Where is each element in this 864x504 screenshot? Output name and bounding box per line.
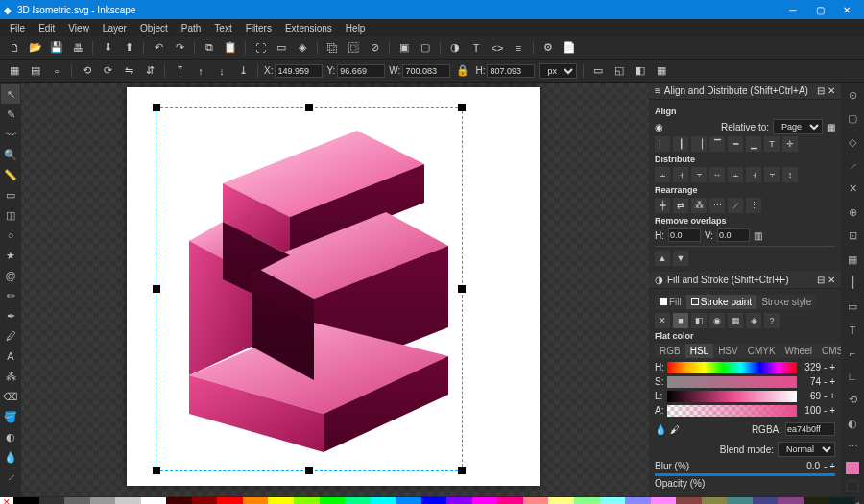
palette-swatch[interactable] xyxy=(345,497,371,504)
radial-grad-icon[interactable]: ◉ xyxy=(709,313,725,328)
deselect-icon[interactable]: ▫ xyxy=(48,62,65,80)
duplicate-icon[interactable]: ⿻ xyxy=(324,39,341,57)
flip-h-icon[interactable]: ⇋ xyxy=(120,62,137,80)
menu-object[interactable]: Object xyxy=(134,21,174,36)
tab-stroke-style[interactable]: Stroke style xyxy=(756,295,816,309)
palette-swatch[interactable] xyxy=(548,497,574,504)
pencil-tool[interactable]: ✏ xyxy=(1,286,20,305)
move-down-icon[interactable]: ▼ xyxy=(673,251,688,266)
hue-slider[interactable] xyxy=(667,362,797,373)
blend-select[interactable]: Normal xyxy=(778,442,835,457)
spray-tool[interactable]: ⁂ xyxy=(1,367,20,386)
handle-se[interactable] xyxy=(458,467,466,474)
palette-swatch[interactable] xyxy=(651,497,677,504)
palette-swatch[interactable] xyxy=(396,497,421,504)
unit-select[interactable]: px xyxy=(539,63,577,79)
align-bottom-icon[interactable]: ▁ xyxy=(746,136,761,152)
palette-swatch[interactable] xyxy=(166,497,192,504)
w-input[interactable] xyxy=(402,64,450,78)
menu-filters[interactable]: Filters xyxy=(240,21,277,36)
spiral-tool[interactable]: @ xyxy=(1,266,20,285)
align-hcenter-icon[interactable]: ┃ xyxy=(673,136,688,152)
dist-vcenter-icon[interactable]: ⫞ xyxy=(746,167,761,182)
mode-cmyk[interactable]: CMYK xyxy=(743,344,780,358)
move-up-icon[interactable]: ▲ xyxy=(655,251,670,266)
dist-vgap-icon[interactable]: ↕ xyxy=(782,167,798,182)
brush-icon[interactable]: 🖌 xyxy=(670,424,680,435)
align-dialog-icon[interactable]: ≡ xyxy=(510,39,527,57)
ungroup-icon[interactable]: ▢ xyxy=(417,39,434,57)
color-palette[interactable] xyxy=(13,497,854,504)
handle-ne[interactable] xyxy=(458,104,466,111)
light-slider[interactable] xyxy=(667,391,797,402)
palette-swatch[interactable] xyxy=(39,497,65,504)
align-panel-header[interactable]: ≡Align and Distribute (Shift+Ctrl+A) ⊟ ✕ xyxy=(649,83,841,100)
palette-swatch[interactable] xyxy=(727,497,753,504)
save-icon[interactable]: 💾 xyxy=(48,39,65,57)
palette-swatch[interactable] xyxy=(625,497,651,504)
handle-sw[interactable] xyxy=(153,467,160,474)
select-all-icon[interactable]: ▦ xyxy=(6,62,23,80)
maximize-button[interactable]: ▢ xyxy=(806,0,833,19)
raise-icon[interactable]: ↑ xyxy=(192,62,209,80)
handle-n[interactable] xyxy=(305,104,313,111)
swatch-stroke-icon[interactable] xyxy=(846,480,859,492)
snap-midpoint-icon[interactable]: ⊡ xyxy=(843,228,862,245)
align-center-icon[interactable]: ✛ xyxy=(782,136,798,152)
blur-slider[interactable] xyxy=(655,473,835,476)
palette-swatch[interactable] xyxy=(702,497,728,504)
import-icon[interactable]: ⬇ xyxy=(99,39,116,57)
print-icon[interactable]: 🖶 xyxy=(69,39,86,57)
x-input[interactable] xyxy=(275,64,323,78)
dist-hgap-icon[interactable]: ↔ xyxy=(709,167,725,182)
random-icon[interactable]: ⁂ xyxy=(691,198,707,213)
dist-hright-icon[interactable]: ⫟ xyxy=(691,167,707,182)
clone-icon[interactable]: ⿴ xyxy=(345,39,362,57)
menu-view[interactable]: View xyxy=(62,21,95,36)
palette-swatch[interactable] xyxy=(192,497,218,504)
zoom-fit-icon[interactable]: ⛶ xyxy=(252,39,269,57)
snap-toggle-icon[interactable]: ⊙ xyxy=(843,86,862,104)
star-tool[interactable]: ★ xyxy=(1,246,20,265)
palette-swatch[interactable] xyxy=(497,497,523,504)
dropper-icon[interactable]: 💧 xyxy=(655,424,666,435)
align-top-icon[interactable]: ▔ xyxy=(709,136,725,152)
panel-menu-icon[interactable]: ⊟ xyxy=(817,85,825,96)
palette-swatch[interactable] xyxy=(64,497,90,504)
eraser-tool[interactable]: ⌫ xyxy=(1,387,20,406)
palette-swatch[interactable] xyxy=(141,497,167,504)
redo-icon[interactable]: ↷ xyxy=(171,39,188,57)
dropper-tool[interactable]: 💧 xyxy=(1,447,20,467)
calligraphy-tool[interactable]: 🖊 xyxy=(1,326,20,346)
palette-swatch[interactable] xyxy=(574,497,600,504)
align-left-icon[interactable]: ▏ xyxy=(655,136,670,152)
fill-panel-header[interactable]: ◑Fill and Stroke (Shift+Ctrl+F) ⊟ ✕ xyxy=(649,272,841,289)
snap-other-icon[interactable]: ⋯ xyxy=(843,439,862,456)
palette-swatch[interactable] xyxy=(753,497,779,504)
unclump-icon[interactable]: ⋯ xyxy=(709,198,725,213)
node-tool[interactable]: ✎ xyxy=(1,105,20,124)
rotate-cw-icon[interactable]: ⟳ xyxy=(99,62,116,80)
raise-top-icon[interactable]: ⤒ xyxy=(171,62,188,80)
group-icon[interactable]: ▣ xyxy=(396,39,413,57)
no-paint-icon[interactable]: ✕ xyxy=(655,313,670,328)
selector-tool[interactable]: ↖ xyxy=(1,84,20,104)
remove-overlap-icon[interactable]: ▥ xyxy=(754,230,762,241)
swatch-fill-icon[interactable] xyxy=(846,462,859,474)
handle-s[interactable] xyxy=(305,467,313,474)
h-input[interactable] xyxy=(487,64,535,78)
tab-stroke-paint[interactable]: Stroke paint xyxy=(686,295,756,309)
more-icon[interactable]: ⋮ xyxy=(746,198,761,213)
fill-tool[interactable]: 🪣 xyxy=(1,407,20,426)
menu-path[interactable]: Path xyxy=(176,21,207,36)
palette-swatch[interactable] xyxy=(676,497,702,504)
snap-node-icon[interactable]: ◇ xyxy=(843,133,862,151)
flip-v-icon[interactable]: ⇵ xyxy=(141,62,158,80)
mode-hsv[interactable]: HSV xyxy=(713,344,743,358)
snap-guide-icon[interactable]: ┃ xyxy=(843,275,862,292)
text-dialog-icon[interactable]: T xyxy=(468,39,485,57)
affect-gradient-icon[interactable]: ◧ xyxy=(632,62,649,80)
palette-swatch[interactable] xyxy=(243,497,269,504)
select-layer-icon[interactable]: ▤ xyxy=(27,62,44,80)
prefs-icon[interactable]: ⚙ xyxy=(540,39,557,57)
